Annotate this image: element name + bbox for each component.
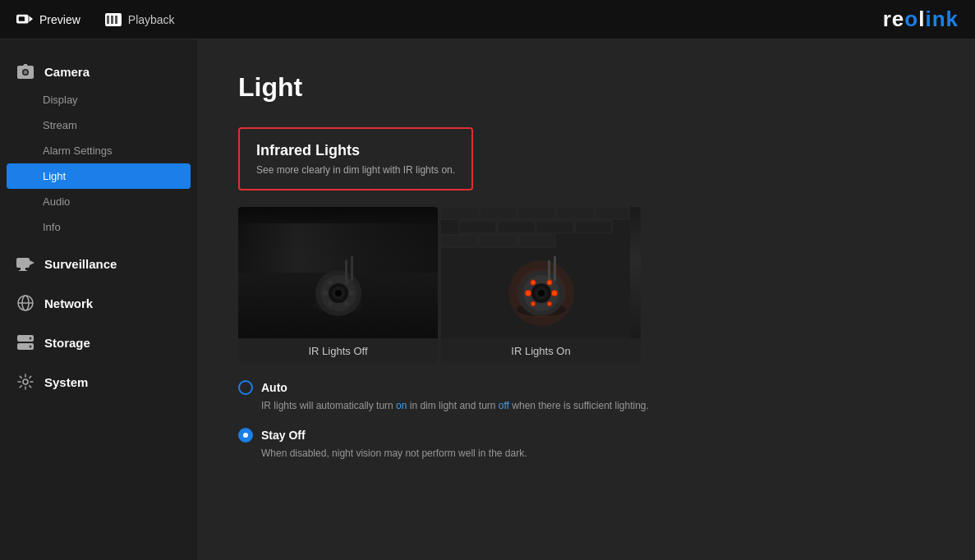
content-area: Light Infrared Lights See more clearly i… <box>197 39 975 560</box>
page-title: Light <box>238 72 934 103</box>
playback-nav[interactable]: Playback <box>105 13 175 26</box>
ir-card-title: Infrared Lights <box>256 142 455 159</box>
sidebar-item-light[interactable]: Light <box>7 163 191 189</box>
svg-rect-55 <box>554 256 556 281</box>
svg-rect-38 <box>480 207 517 219</box>
camera-section-label: Camera <box>44 65 90 79</box>
sidebar-network-header[interactable]: Network <box>0 287 197 319</box>
sidebar-section-network: Network <box>0 287 197 319</box>
network-label: Network <box>44 296 93 310</box>
svg-rect-47 <box>480 235 517 247</box>
ir-on-visual <box>441 207 641 338</box>
svg-point-34 <box>344 302 348 306</box>
svg-point-30 <box>349 291 354 296</box>
svg-point-28 <box>335 290 342 296</box>
storage-icon <box>16 333 34 351</box>
svg-point-18 <box>30 337 32 340</box>
svg-rect-9 <box>16 258 30 268</box>
svg-rect-40 <box>557 207 594 219</box>
sidebar-section-camera: Camera Display Stream Alarm Settings Lig… <box>0 56 197 240</box>
preview-label: Preview <box>39 13 80 26</box>
svg-rect-11 <box>21 268 25 270</box>
ir-card-description: See more clearly in dim light with IR li… <box>256 164 455 176</box>
svg-rect-6 <box>115 16 117 24</box>
svg-rect-44 <box>536 221 573 233</box>
ir-off-scene <box>238 207 438 338</box>
surveillance-icon <box>16 255 34 273</box>
ir-off-visual <box>238 207 438 338</box>
svg-point-20 <box>23 379 28 384</box>
svg-point-19 <box>30 346 32 348</box>
ir-off-image: IR Lights Off <box>238 207 438 364</box>
sidebar-section-surveillance: Surveillance <box>0 248 197 279</box>
sidebar-storage-header[interactable]: Storage <box>0 327 197 358</box>
radio-stay-off-circle[interactable] <box>238 428 253 443</box>
camera-section-icon <box>16 62 34 80</box>
sidebar-surveillance-header[interactable]: Surveillance <box>0 248 197 279</box>
svg-point-68 <box>531 302 535 305</box>
svg-point-64 <box>531 281 535 285</box>
sidebar-item-alarm-settings[interactable]: Alarm Settings <box>0 138 197 163</box>
radio-option-stay-off: Stay Off When disabled, night vision may… <box>238 428 934 461</box>
radio-stay-off-row[interactable]: Stay Off <box>238 428 934 443</box>
sidebar-section-storage: Storage <box>0 327 197 358</box>
svg-marker-1 <box>29 16 33 21</box>
svg-marker-10 <box>30 260 34 265</box>
camera-dome-on <box>500 248 582 330</box>
svg-point-66 <box>547 281 551 285</box>
surveillance-label: Surveillance <box>44 257 117 271</box>
svg-rect-37 <box>441 207 478 219</box>
svg-rect-4 <box>107 16 109 24</box>
ir-on-image: IR Lights On <box>441 207 641 364</box>
radio-auto-row[interactable]: Auto <box>238 380 934 395</box>
radio-option-auto: Auto IR lights will automatically turn o… <box>238 380 934 413</box>
svg-point-8 <box>24 71 28 75</box>
ir-on-scene <box>441 207 641 338</box>
radio-stay-off-label: Stay Off <box>261 429 306 442</box>
ir-images-container: IR Lights Off <box>238 207 641 364</box>
radio-stay-off-desc: When disabled, night vision may not perf… <box>238 446 934 461</box>
svg-rect-54 <box>548 260 550 281</box>
camera-icon <box>16 14 33 25</box>
preview-nav[interactable]: Preview <box>16 13 80 26</box>
sidebar-item-stream[interactable]: Stream <box>0 112 197 138</box>
svg-point-29 <box>323 291 328 296</box>
svg-rect-46 <box>441 235 478 247</box>
sidebar-system-header[interactable]: System <box>0 366 197 397</box>
svg-point-31 <box>328 281 332 285</box>
logo: reolink <box>883 7 959 32</box>
svg-point-62 <box>552 291 557 296</box>
sidebar-item-audio[interactable]: Audio <box>0 189 197 214</box>
svg-rect-48 <box>518 235 555 247</box>
svg-rect-24 <box>345 260 347 281</box>
topbar-nav: Preview Playback <box>16 13 175 26</box>
sidebar: Camera Display Stream Alarm Settings Lig… <box>0 39 197 560</box>
sidebar-camera-header: Camera <box>0 56 197 87</box>
svg-rect-43 <box>498 221 535 233</box>
svg-point-32 <box>344 281 348 285</box>
svg-point-33 <box>328 302 332 306</box>
sidebar-item-info[interactable]: Info <box>0 214 197 240</box>
main-layout: Camera Display Stream Alarm Settings Lig… <box>0 39 975 560</box>
svg-rect-45 <box>575 221 612 233</box>
sidebar-section-system: System <box>0 366 197 397</box>
svg-rect-42 <box>459 221 496 233</box>
auto-on-highlight: on <box>396 400 407 411</box>
svg-rect-5 <box>111 16 113 24</box>
sidebar-item-display[interactable]: Display <box>0 87 197 112</box>
storage-label: Storage <box>44 336 90 350</box>
radio-auto-label: Auto <box>261 381 287 394</box>
svg-rect-2 <box>19 16 25 21</box>
svg-point-58 <box>538 290 545 296</box>
topbar: Preview Playback reolink <box>0 0 975 39</box>
radio-auto-desc: IR lights will automatically turn on in … <box>238 398 934 413</box>
svg-point-60 <box>526 291 531 296</box>
svg-rect-39 <box>518 207 555 219</box>
playback-icon <box>105 14 122 25</box>
ir-off-label: IR Lights Off <box>238 338 438 364</box>
radio-auto-circle[interactable] <box>238 380 253 395</box>
svg-point-70 <box>548 302 551 305</box>
playback-label: Playback <box>128 13 175 26</box>
auto-off-highlight: off <box>499 400 509 411</box>
system-icon <box>16 373 34 391</box>
